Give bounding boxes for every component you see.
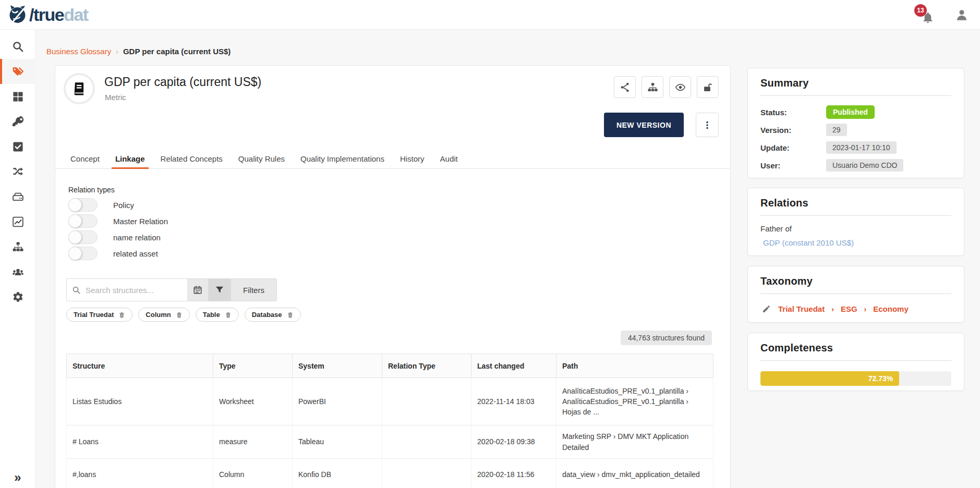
related-concept-link[interactable]: GDP (constant 2010 US$) <box>763 238 951 247</box>
cell-type: measure <box>213 425 293 459</box>
tab-concept[interactable]: Concept <box>63 149 107 168</box>
toggle-name-relation[interactable] <box>68 230 98 244</box>
summary-row: Update:2023-01-17 10:10 <box>760 139 951 156</box>
notification-count-badge: 13 <box>914 4 927 17</box>
sidebar-item-permissions[interactable] <box>0 109 35 134</box>
cell-type: Column <box>213 459 293 488</box>
summary-label: Version: <box>760 126 826 135</box>
table-row[interactable]: Listas EstudiosWorksheetPowerBI2022-11-1… <box>67 378 713 425</box>
cell-last-changed: 2020-02-18 11:56 <box>471 459 556 488</box>
sidebar-item-quality[interactable] <box>0 134 35 159</box>
summary-label: Update: <box>760 143 826 152</box>
filter-chip-table[interactable]: Table <box>196 308 239 322</box>
watch-button[interactable] <box>669 76 691 98</box>
filters-button[interactable]: Filters <box>231 278 277 301</box>
top-bar: /truedat 13 <box>0 0 980 30</box>
concept-tabs: ConceptLinkageRelated ConceptsQuality Ru… <box>55 149 730 169</box>
share-icon <box>620 82 631 93</box>
tag-icon <box>12 66 24 78</box>
column-header-type[interactable]: Type <box>213 354 293 378</box>
relation-kind-label: Father of <box>760 224 951 233</box>
column-header-last-changed[interactable]: Last changed <box>471 354 556 378</box>
user-profile-icon[interactable] <box>955 8 969 22</box>
search-structures-box <box>66 278 187 301</box>
toggle-related-asset[interactable] <box>68 247 98 260</box>
edit-taxonomy-button[interactable] <box>762 304 771 313</box>
sitemap-icon <box>12 241 24 253</box>
breadcrumb-parent-link[interactable]: Business Glossary <box>46 47 111 56</box>
toggle-label: Policy <box>113 201 134 210</box>
tab-quality-implementations[interactable]: Quality Implementations <box>293 149 392 168</box>
column-header-structure[interactable]: Structure <box>67 354 213 378</box>
tab-linkage[interactable]: Linkage <box>107 149 153 168</box>
column-header-system[interactable]: System <box>293 354 382 378</box>
sidebar-item-taxonomy[interactable] <box>0 234 35 259</box>
summary-label: User: <box>760 161 826 170</box>
summary-value-badge: Usuario Demo CDO <box>826 159 903 172</box>
filter-funnel-button[interactable] <box>209 278 231 301</box>
filter-chip-trial-truedat[interactable]: Trial Truedat <box>66 308 132 322</box>
wordmark-primary: /true <box>29 5 64 25</box>
completeness-panel: Completeness 72.73% <box>747 333 964 391</box>
search-structures-input[interactable] <box>86 286 182 295</box>
completeness-title: Completeness <box>760 342 951 354</box>
lineage-button[interactable] <box>642 76 663 98</box>
trash-icon[interactable] <box>287 311 294 319</box>
share-button[interactable] <box>614 76 636 98</box>
relations-title: Relations <box>760 197 951 209</box>
search-icon <box>12 41 24 53</box>
tab-audit[interactable]: Audit <box>432 149 466 168</box>
sidebar-item-settings[interactable] <box>0 284 35 309</box>
cell-path: data_view › dmv_mkt_application_detailed <box>556 459 713 488</box>
date-filter-button[interactable] <box>187 278 209 301</box>
trash-icon[interactable] <box>176 311 183 319</box>
sidebar-item-systems[interactable] <box>0 184 35 209</box>
column-header-relation-type[interactable]: Relation Type <box>382 354 471 378</box>
more-actions-button[interactable] <box>696 113 719 137</box>
toggle-label: name relation <box>113 233 161 242</box>
tab-history[interactable]: History <box>392 149 432 168</box>
column-header-path[interactable]: Path <box>556 354 713 378</box>
sidebar-item-users[interactable] <box>0 259 35 284</box>
sidebar-collapse-button[interactable]: » <box>0 470 35 485</box>
filter-chip-database[interactable]: Database <box>245 308 301 322</box>
kebab-menu-icon <box>703 121 711 129</box>
notifications-bell-icon[interactable]: 13 <box>922 7 935 23</box>
cell-system: Tableau <box>293 425 382 459</box>
sitemap-icon <box>647 82 658 93</box>
truedat-logo[interactable]: /truedat <box>7 4 88 25</box>
relation-type-row: related asset <box>68 247 168 260</box>
filter-chip-column[interactable]: Column <box>138 308 189 322</box>
toggle-label: Master Relation <box>113 217 168 226</box>
relation-type-row: Master Relation <box>68 214 168 228</box>
eye-icon <box>675 82 686 93</box>
cell-type: Worksheet <box>213 378 293 425</box>
taxonomy-link-esg[interactable]: ESG <box>841 304 857 313</box>
wordmark: /truedat <box>29 4 88 25</box>
check-square-icon <box>12 141 24 153</box>
trash-icon[interactable] <box>118 311 125 319</box>
sidebar-item-dashboards[interactable] <box>0 84 35 109</box>
tab-quality-rules[interactable]: Quality Rules <box>231 149 293 168</box>
completeness-progress-fill: 72.73% <box>760 371 899 386</box>
sidebar-item-lineage[interactable] <box>0 159 35 184</box>
calendar-icon <box>193 285 202 295</box>
sidebar-item-glossary[interactable] <box>0 59 35 84</box>
taxonomy-link-trial-truedat[interactable]: Trial Truedat <box>778 304 825 313</box>
unlock-button[interactable] <box>697 76 719 98</box>
toggle-policy[interactable] <box>68 198 98 212</box>
table-row[interactable]: #,loansColumnKonfio DB2020-02-18 11:56da… <box>67 459 713 488</box>
taxonomy-title: Taxonomy <box>760 275 951 287</box>
search-icon <box>72 286 81 295</box>
taxonomy-link-economy[interactable]: Economy <box>873 304 909 313</box>
funnel-icon <box>215 285 224 295</box>
trash-icon[interactable] <box>225 311 232 319</box>
toggle-master-relation[interactable] <box>68 214 98 228</box>
table-row[interactable]: # LoansmeasureTableau2020-02-18 09:38Mar… <box>67 425 713 459</box>
new-version-button[interactable]: NEW VERSION <box>604 113 684 137</box>
sidebar-item-insights[interactable] <box>0 209 35 234</box>
tab-related-concepts[interactable]: Related Concepts <box>153 149 231 168</box>
sidebar-item-search[interactable] <box>0 34 35 59</box>
relations-panel: Relations Father of GDP (constant 2010 U… <box>747 188 964 256</box>
completeness-progress-track: 72.73% <box>760 371 951 386</box>
